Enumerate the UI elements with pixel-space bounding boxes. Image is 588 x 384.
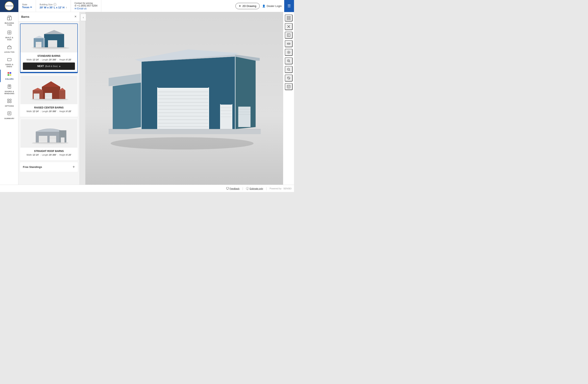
sidebar-item-lean-tos[interactable]: LEAN-TOS: [0, 43, 18, 55]
powered-by: Powered by · SENSEI: [270, 187, 292, 190]
sidebar-item-built-size[interactable]: BUILT &SIZE: [0, 28, 18, 43]
svg-rect-101: [232, 104, 232, 129]
sidebar-item-summary[interactable]: SUMMARY: [0, 109, 18, 122]
contact-section: Contact for pricing ✆ +1 (855) 857-5264 …: [71, 0, 101, 12]
svg-rect-0: [7, 17, 9, 20]
card-progress-bar: [21, 72, 77, 73]
grid-icon: [287, 16, 291, 20]
2d-drawing-button[interactable]: ✒ 2D Drawing: [235, 3, 260, 9]
svg-rect-100: [220, 104, 221, 129]
panel-header: Barns ×: [18, 12, 79, 21]
header-cta-bar[interactable]: ☰: [284, 0, 294, 12]
svg-marker-43: [42, 81, 60, 87]
sidebar-label-doors-windows: DOORS &WINDOWS: [4, 90, 15, 95]
standard-barns-specs: Width: 12'-24' | Length: 20'-300' | Heig…: [23, 59, 75, 61]
building-size-value[interactable]: 20' W x 35' L x 12' H ↓: [40, 6, 67, 9]
building-3d-render: [85, 12, 283, 185]
svg-rect-30: [48, 40, 57, 47]
svg-point-68: [32, 142, 68, 144]
svg-rect-66: [61, 137, 64, 143]
svg-point-55: [32, 99, 68, 101]
svg-rect-11: [10, 72, 11, 74]
free-standings-section[interactable]: Free Standings +: [20, 162, 78, 172]
sidebar-label-lean-tos: LEAN-TOS: [4, 51, 15, 53]
floor-plan-button[interactable]: [285, 32, 293, 39]
svg-rect-92: [157, 88, 209, 89]
sidebar-label-building-type: BUILDINGTYPE: [5, 22, 14, 26]
reset-button[interactable]: [285, 23, 293, 30]
feedback-link[interactable]: Feedback: [226, 187, 239, 190]
colors-icon: [7, 72, 12, 77]
raised-center-barns-title: RAISED CENTER BARNS: [23, 106, 75, 109]
next-arrows-icon: »: [59, 64, 61, 68]
svg-rect-52: [34, 94, 39, 99]
footer: Feedback | i Estimate only | Powered by …: [0, 185, 294, 192]
svg-rect-111: [289, 18, 290, 20]
main-3d-view: [85, 12, 283, 185]
svg-rect-15: [9, 85, 9, 86]
next-button[interactable]: NEXT (Built & Size) »: [23, 63, 75, 70]
straight-barn-svg: [28, 121, 70, 146]
measure-button[interactable]: [285, 40, 293, 47]
zoom-out-icon: [287, 68, 291, 71]
standard-barns-card[interactable]: STANDARD BARNS Width: 12'-24' | Length: …: [20, 23, 78, 73]
standard-barns-body: STANDARD BARNS Width: 12'-24' | Length: …: [21, 52, 77, 72]
straight-roof-barns-title: STRAIGHT ROOF BARNS: [23, 150, 75, 152]
svg-rect-8: [8, 47, 11, 49]
svg-marker-45: [33, 88, 43, 90]
zoom-in-button[interactable]: [285, 57, 293, 64]
standard-barns-image: [21, 24, 77, 52]
sidebar-item-colors[interactable]: COLORS: [0, 70, 18, 82]
svg-rect-12: [8, 74, 9, 76]
dealer-login-icon: 👤: [262, 4, 265, 8]
estimate-info-icon: i: [246, 187, 249, 190]
email-link[interactable]: ✉ Email us: [75, 7, 97, 10]
options-icon: [7, 99, 12, 104]
panel-title: Barns: [21, 15, 29, 18]
straight-roof-barns-card[interactable]: STRAIGHT ROOF BARNS Width: 12'-24' | Len…: [20, 119, 78, 160]
2d-drawing-icon: ✒: [239, 4, 241, 8]
logo-container: SAFEGUARD: [0, 0, 18, 12]
measure-icon: [287, 42, 291, 45]
header: SAFEGUARD State Texas ✏ Building Size i …: [0, 0, 294, 12]
panel: Barns ×: [18, 12, 80, 192]
state-edit-icon[interactable]: ✏: [30, 6, 32, 9]
sidebar-item-building-type[interactable]: BUILDINGTYPE: [0, 14, 18, 28]
hide-button[interactable]: [285, 75, 293, 82]
panel-close-button[interactable]: ×: [74, 15, 77, 19]
settings-button[interactable]: [285, 49, 293, 56]
state-value[interactable]: Texas ✏: [22, 6, 32, 9]
dropdown-arrow-icon: ↓: [66, 6, 67, 9]
straight-roof-barns-image: [21, 119, 77, 148]
footer-sep-1: |: [242, 187, 243, 190]
straight-roof-barns-specs: Width: 12'-24' | Length: 20'-300' | Heig…: [23, 154, 75, 156]
raised-center-barns-card[interactable]: RAISED CENTER BARNS Width: 12'-24' | Len…: [20, 75, 78, 117]
svg-line-129: [289, 70, 290, 71]
dealer-login-button[interactable]: 👤 Dealer Login: [262, 4, 282, 8]
svg-rect-10: [8, 72, 9, 74]
svg-rect-106: [109, 129, 261, 134]
svg-rect-18: [8, 99, 9, 101]
svg-rect-21: [10, 101, 11, 103]
grid-view-button[interactable]: [285, 15, 293, 21]
raised-center-barns-specs: Width: 12'-24' | Length: 20'-300' | Heig…: [23, 110, 75, 112]
svg-rect-134: [226, 187, 229, 189]
zoom-out-button[interactable]: [285, 66, 293, 73]
panel-collapse-button[interactable]: ‹: [81, 14, 86, 21]
sidebar-item-options[interactable]: OPTIONS: [0, 97, 18, 109]
sidebar: BUILDINGTYPE BUILT &SIZE LEAN-TOS SIDES …: [0, 12, 18, 192]
layout-button[interactable]: [285, 83, 293, 90]
state-section: State Texas ✏: [18, 0, 36, 12]
svg-marker-27: [44, 30, 64, 34]
sidebar-label-sides-ends: SIDES &ENDS: [5, 64, 14, 68]
svg-rect-110: [287, 18, 288, 20]
svg-rect-58: [39, 136, 47, 143]
svg-rect-16: [10, 85, 10, 86]
sidebar-item-sides-ends[interactable]: SIDES &ENDS: [0, 55, 18, 70]
settings-icon: [287, 50, 291, 54]
sides-ends-icon: [7, 57, 12, 63]
estimate-link[interactable]: i Estimate only: [246, 187, 263, 190]
svg-marker-29: [34, 36, 45, 38]
sidebar-item-doors-windows[interactable]: DOORS &WINDOWS: [0, 82, 18, 97]
phone-number[interactable]: ✆ +1 (855) 857-5264: [75, 4, 97, 7]
